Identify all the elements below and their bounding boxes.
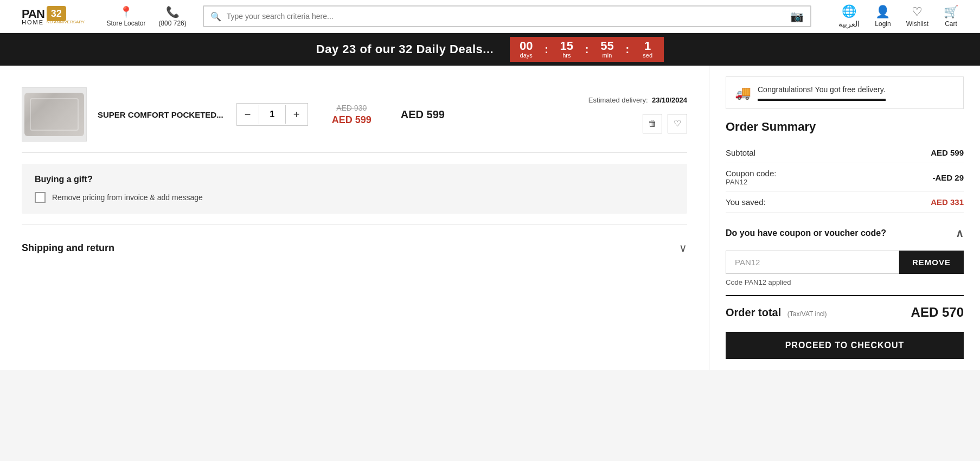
- saved-row: You saved: AED 331: [726, 192, 964, 213]
- sep2: :: [583, 37, 591, 62]
- language-switcher[interactable]: 🌐 العربية: [838, 4, 860, 28]
- subtotal-value: AED 599: [931, 148, 964, 157]
- shipping-title: Shipping and return: [22, 242, 114, 254]
- coupon-applied-text: Code PAN12 applied: [726, 278, 964, 286]
- coupon-value: -AED 29: [932, 173, 964, 182]
- login-nav[interactable]: 👤 Login: [875, 5, 891, 28]
- summary-area: 🚚 Congratulations! You got free delivery…: [709, 66, 980, 370]
- sep3: :: [623, 37, 631, 62]
- qty-decrease-button[interactable]: −: [237, 104, 259, 125]
- gift-checkbox[interactable]: [35, 192, 46, 203]
- min-label: min: [603, 52, 612, 59]
- coupon-row: Coupon code: PAN12 -AED 29: [726, 163, 964, 192]
- coupon-toggle[interactable]: Do you have coupon or voucher code? ∧: [726, 221, 964, 245]
- chevron-up-icon: ∧: [956, 227, 964, 240]
- price-each: AED 599: [401, 108, 445, 121]
- remove-coupon-button[interactable]: REMOVE: [899, 251, 964, 274]
- coupon-input-field[interactable]: [726, 251, 899, 274]
- shipping-header[interactable]: Shipping and return ∨: [22, 236, 687, 260]
- days-label: days: [520, 52, 533, 59]
- gift-section: Buying a gift? Remove pricing from invoi…: [22, 164, 687, 214]
- sed-label: sed: [643, 52, 652, 59]
- wishlist-item-button[interactable]: ♡: [668, 114, 687, 133]
- phone-icon: 📞: [166, 5, 180, 18]
- order-total-row: Order total (Tax/VAT incl) AED 570: [726, 295, 964, 326]
- tax-note: (Tax/VAT incl): [787, 310, 827, 318]
- wishlist-label: Wishlist: [906, 20, 928, 28]
- countdown: 00 days : 15 hrs : 55 min : 1 sed: [510, 37, 664, 62]
- phone-nav[interactable]: 📞 (800 726): [158, 5, 186, 27]
- logo[interactable]: PAN HOME 32 ND ANNIVERSARY: [22, 7, 85, 25]
- min-value: 55: [600, 40, 613, 52]
- subtotal-label: Subtotal: [726, 148, 755, 157]
- logo-sub: HOME: [22, 19, 44, 25]
- coupon-label-block: Coupon code: PAN12: [726, 169, 776, 186]
- location-icon: 📍: [119, 5, 133, 18]
- order-total-value: AED 570: [911, 305, 964, 320]
- coupon-code-name: PAN12: [726, 178, 776, 186]
- trash-icon: 🗑: [648, 119, 657, 129]
- free-delivery-bar: 🚚 Congratulations! You got free delivery…: [726, 76, 964, 109]
- checkout-button[interactable]: PROCEED TO CHECKOUT: [726, 332, 964, 359]
- delete-item-button[interactable]: 🗑: [643, 114, 662, 133]
- main-content: SUPER COMFORT POCKETED... − 1 + AED 930 …: [0, 66, 980, 370]
- quantity-value: 1: [259, 105, 286, 124]
- price-original: AED 930: [336, 104, 367, 112]
- price-area: AED 930 AED 599: [332, 104, 371, 126]
- hrs-value: 15: [560, 40, 573, 52]
- min-block: 55 min: [591, 37, 623, 62]
- gift-label: Remove pricing from invoice & add messag…: [52, 193, 203, 202]
- cart-label: Cart: [945, 20, 957, 28]
- header-actions: 🌐 العربية 👤 Login ♡ Wishlist 🛒 Cart: [838, 4, 958, 28]
- sep1: :: [542, 37, 550, 62]
- coupon-input-row: REMOVE: [726, 251, 964, 274]
- product-image: [22, 87, 87, 142]
- saved-value: AED 331: [931, 197, 964, 207]
- hrs-label: hrs: [562, 52, 571, 59]
- sed-value: 1: [644, 40, 651, 52]
- qty-increase-button[interactable]: +: [286, 104, 308, 125]
- delivery-date: 23/10/2024: [652, 96, 687, 104]
- camera-icon[interactable]: 📷: [790, 10, 804, 23]
- logo-anniv: ND ANNIVERSARY: [47, 20, 85, 24]
- order-summary-title: Order Summary: [726, 120, 964, 134]
- cart-icon: 🛒: [944, 5, 958, 19]
- product-name: SUPER COMFORT POCKETED...: [98, 110, 223, 119]
- cart-item-main: SUPER COMFORT POCKETED... − 1 + AED 930 …: [98, 103, 578, 126]
- item-actions: 🗑 ♡: [643, 114, 687, 133]
- free-delivery-text: Congratulations! You got free delivery.: [758, 85, 886, 94]
- gift-checkbox-row[interactable]: Remove pricing from invoice & add messag…: [35, 192, 674, 203]
- user-icon: 👤: [875, 5, 890, 19]
- coupon-section: Do you have coupon or voucher code? ∧ RE…: [726, 221, 964, 286]
- search-icon: 🔍: [210, 11, 221, 22]
- hrs-block: 15 hrs: [550, 37, 583, 62]
- price-sale: AED 599: [332, 114, 371, 126]
- store-locator-nav[interactable]: 📍 Store Locator: [106, 5, 145, 27]
- days-value: 00: [520, 40, 533, 52]
- mattress-visual: [24, 93, 84, 136]
- saved-label: You saved:: [726, 197, 766, 207]
- order-total-text: Order total: [726, 306, 781, 318]
- logo-badge: 32: [47, 6, 66, 21]
- promo-banner: Day 23 of our 32 Daily Deals... 00 days …: [0, 33, 980, 66]
- shipping-section: Shipping and return ∨: [22, 225, 687, 271]
- cart-nav[interactable]: 🛒 Cart: [944, 5, 958, 28]
- banner-text: Day 23 of our 32 Daily Deals...: [316, 42, 494, 56]
- header: PAN HOME 32 ND ANNIVERSARY 📍 Store Locat…: [0, 0, 980, 33]
- quantity-controls: − 1 +: [236, 103, 308, 126]
- gift-title: Buying a gift?: [35, 175, 674, 184]
- language-label: العربية: [838, 20, 860, 28]
- truck-icon: 🚚: [735, 85, 751, 100]
- login-label: Login: [875, 20, 891, 28]
- cart-item: SUPER COMFORT POCKETED... − 1 + AED 930 …: [22, 76, 687, 153]
- wishlist-nav[interactable]: ♡ Wishlist: [906, 5, 928, 28]
- store-locator-label: Store Locator: [106, 20, 145, 27]
- cart-area: SUPER COMFORT POCKETED... − 1 + AED 930 …: [0, 66, 709, 370]
- free-delivery-progress: [758, 99, 886, 101]
- chevron-down-icon: ∨: [679, 241, 687, 254]
- search-input[interactable]: [227, 12, 785, 21]
- search-bar[interactable]: 🔍 📷: [203, 5, 811, 27]
- globe-icon: 🌐: [842, 4, 856, 18]
- heart-item-icon: ♡: [674, 118, 681, 129]
- subtotal-row: Subtotal AED 599: [726, 143, 964, 163]
